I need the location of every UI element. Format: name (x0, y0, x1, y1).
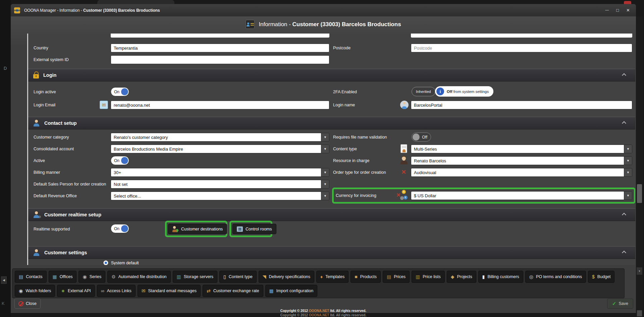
toolbar-button-automated-file-distribution[interactable]: ⚙Automated file distribution (107, 271, 170, 283)
control-rooms-button[interactable]: ▦ Control rooms (232, 224, 276, 234)
toolbar-button-standard-email-messages[interactable]: ✉Standard email messages (138, 285, 201, 297)
toolbar-button-products[interactable]: ■Products (351, 271, 381, 283)
default-revenue-office-select[interactable]: Select office...▼ (111, 192, 329, 200)
user-icon (400, 101, 409, 109)
page-scrollbar[interactable]: ▼ (636, 16, 643, 317)
minimize-button[interactable]: — (605, 8, 609, 12)
chevron-up-icon[interactable] (622, 213, 626, 217)
watch-eye-icon: ◉ (19, 288, 23, 293)
app-logo-icon (14, 7, 20, 13)
resource-in-charge-select[interactable]: Renato Barcelos▼ (411, 156, 632, 165)
dropdown-arrow-icon: ▼ (321, 192, 329, 200)
po-terms-icon: ◎ (529, 274, 533, 279)
realtime-section-header[interactable]: ⚙ Customer realtime setup (27, 208, 635, 221)
toolbar-button-label: Contacts (26, 274, 42, 279)
toolbar-button-watch-folders[interactable]: ◉Watch folders (15, 285, 55, 297)
resource-in-charge-label: Resource in charge (333, 156, 369, 165)
postcode-input[interactable] (411, 44, 632, 52)
toolbar-button-label: Standard email messages (148, 288, 197, 293)
toolbar-button-label: Offices (60, 274, 73, 279)
login-email-input[interactable] (111, 101, 329, 109)
login-active-toggle[interactable]: On (111, 87, 129, 96)
open-box-icon: ◆ (451, 274, 454, 279)
chevron-up-icon[interactable] (622, 73, 626, 77)
dropdown-arrow-icon: ▼ (321, 133, 329, 141)
toolbar-button-series[interactable]: ◉Series (78, 271, 105, 283)
login-section-header[interactable]: Login (27, 69, 635, 82)
toolbar-button-billing-customers[interactable]: ▮Billing customers (478, 271, 523, 283)
contact-setup-section-header[interactable]: Contact setup (27, 117, 635, 129)
cancel-circle-icon (18, 301, 23, 306)
toolbar-button-templates[interactable]: ♦Templates (316, 271, 348, 283)
chevron-up-icon[interactable] (622, 121, 626, 125)
toolbar-button-prices[interactable]: ▤Prices (383, 271, 410, 283)
close-button[interactable]: Close (14, 299, 41, 309)
toolbar-button-import-configuration[interactable]: ▩Import configuration (265, 285, 318, 297)
order-type-label: Order type for order creation (333, 168, 386, 177)
scrollbar-thumb[interactable] (637, 184, 642, 203)
consolidated-account-select[interactable]: Barcelos Broductions Media Empire▼ (111, 145, 329, 153)
country-input[interactable] (111, 44, 329, 52)
toolbar-button-external-api[interactable]: ∗External API (57, 285, 95, 297)
order-type-select[interactable]: Audiovisual▼ (411, 168, 632, 177)
toolbar-button-delivery-specifications[interactable]: ◥Delivery specifications (259, 271, 314, 283)
toolbar-button-projects[interactable]: ◆Projects (447, 271, 476, 283)
toolbar-button-label: Content type (229, 274, 253, 279)
toolbar-button-content-type[interactable]: ▯Content type (219, 271, 257, 283)
clipped-input[interactable] (111, 34, 329, 38)
requires-validation-toggle[interactable]: Off (412, 133, 431, 142)
back-arrow-button[interactable]: ◀ (1, 276, 7, 284)
chevron-up-icon[interactable] (622, 251, 626, 255)
toolbar-button-po-terms-and-conditions[interactable]: ◎PO terms and conditions (525, 271, 586, 283)
default-sales-person-select[interactable]: Not set▼ (111, 180, 329, 189)
customer-category-select[interactable]: Renato's customer category▼ (111, 133, 329, 142)
copyright-text-background: Copyright © 2012 OOONA.NET ltd. All righ… (11, 313, 636, 317)
dropdown-arrow-icon: ▼ (321, 180, 329, 188)
toolbar-button-label: Billing customers (487, 274, 519, 279)
toolbar-button-label: Storage servers (184, 274, 213, 279)
realtime-supported-toggle[interactable]: On (111, 224, 129, 233)
red-x-icon: × (401, 169, 406, 175)
settings-person-icon (33, 249, 40, 256)
toolbar-button-label: PO terms and conditions (536, 274, 582, 279)
scroll-down-icon[interactable]: ▼ (637, 267, 642, 275)
import-config-icon: ▩ (269, 288, 274, 293)
copyright-text: Copyright © 2012 OOONA.NET ltd. All righ… (11, 309, 636, 313)
login-name-input[interactable] (411, 101, 632, 109)
scrollbar-fragment (637, 310, 642, 316)
maximize-button[interactable]: □ (616, 8, 619, 12)
currency-label: Currency for invoicing (336, 191, 376, 200)
currency-select[interactable]: $ US Dollar▼ (411, 191, 632, 200)
toolbar-button-label: Budget (597, 274, 611, 279)
tfa-inherited-toggle[interactable]: Inherited (412, 87, 435, 96)
active-toggle[interactable]: On (111, 156, 129, 165)
control-panel-icon: ▦ (237, 226, 243, 232)
customer-settings-section-header[interactable]: Customer settings (27, 246, 635, 259)
toolbar-button-label: Customer exchange rate (213, 288, 259, 293)
customer-destinations-button[interactable]: Customer destinations (168, 224, 227, 234)
billing-manner-select[interactable]: 30+▼ (111, 168, 329, 177)
default-revenue-office-label: Default Revenue Office (34, 192, 77, 200)
toolbar-button-price-lists[interactable]: ▥Price lists (412, 271, 445, 283)
toolbar-button-storage-servers[interactable]: ▥Storage servers (173, 271, 217, 283)
envelope-icon: ✉ (142, 288, 146, 293)
contact-card-icon (246, 20, 255, 29)
toolbar-button-label: Series (90, 274, 101, 279)
toolbar-button-contacts[interactable]: ▤Contacts (15, 271, 47, 283)
window-title: OOONA Manager - Information - Customer (… (24, 8, 160, 13)
external-system-id-input[interactable] (111, 55, 329, 64)
person-gear-icon: ⚙ (33, 211, 40, 218)
save-button[interactable]: ✓ Save (607, 299, 633, 309)
content-type-select[interactable]: Multi-Series▼ (411, 145, 632, 153)
close-window-button[interactable]: ✕ (626, 8, 630, 12)
toolbar-button-customer-exchange-rate[interactable]: ⇄Customer exchange rate (203, 285, 263, 297)
document-person-icon: ▯ (223, 274, 226, 279)
toolbar-button-access-links[interactable]: ∞Access Links (97, 285, 136, 297)
toolbar-button-budget[interactable]: $Budget (588, 271, 614, 283)
background-left-strip (0, 0, 11, 317)
toolbar-button-offices[interactable]: ▦Offices (49, 271, 77, 283)
clipped-input[interactable] (411, 34, 632, 38)
dropdown-arrow-icon: ▼ (624, 157, 632, 165)
desktop: D K ◀ OOONA Manager - Information - Cust… (0, 0, 644, 317)
system-default-radio[interactable]: System default (103, 260, 139, 265)
